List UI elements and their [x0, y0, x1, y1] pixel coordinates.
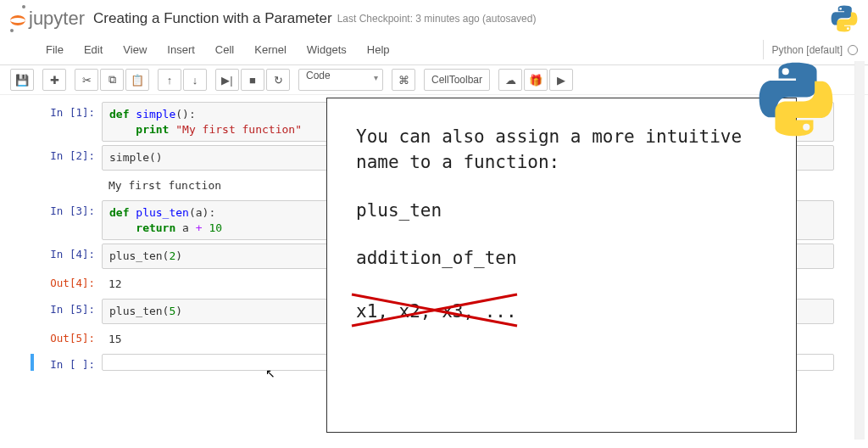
overlay-text-3: addition_of_ten [356, 245, 767, 271]
in-prompt: In [3]: [34, 200, 102, 240]
interrupt-button[interactable]: ■ [241, 69, 264, 91]
run-button[interactable]: ▶| [215, 69, 239, 91]
menu-insert[interactable]: Insert [157, 40, 205, 59]
jupyter-logo[interactable]: jupyter [10, 7, 85, 31]
logo-text: jupyter [29, 8, 85, 30]
notebook-title[interactable]: Creating a Function with a Parameter [93, 10, 332, 27]
menu-widgets[interactable]: Widgets [297, 40, 357, 59]
gift-button[interactable]: 🎁 [524, 69, 548, 91]
explanation-overlay: You can also assign a more intuitive nam… [326, 98, 797, 433]
kernel-status-icon [848, 45, 858, 55]
cell-toolbar-button[interactable]: CellToolbar [424, 69, 490, 91]
menubar: FileEditViewInsertCellKernelWidgetsHelp … [0, 37, 868, 65]
header: jupyter Creating a Function with a Param… [0, 0, 868, 37]
in-prompt: In [2]: [34, 145, 102, 171]
in-prompt: In [4]: [34, 244, 102, 269]
move-down-button[interactable]: ↓ [183, 69, 207, 91]
kernel-name: Python [default] [772, 44, 843, 56]
overlay-crossed-text: x1, x2, x3, ... [356, 299, 517, 324]
command-palette-button[interactable]: ⌘ [392, 69, 415, 91]
presentation-button[interactable]: ▶ [549, 69, 573, 91]
paste-button[interactable]: 📋 [125, 69, 149, 91]
scrollbar[interactable] [854, 61, 865, 440]
overlay-text-2: plus_ten [356, 198, 767, 223]
menu-cell[interactable]: Cell [205, 40, 244, 59]
jupyter-icon [10, 7, 25, 31]
in-prompt: In [ ]: [34, 354, 102, 371]
menu-edit[interactable]: Edit [74, 40, 113, 59]
python-icon [831, 5, 858, 32]
python-logo-large [758, 61, 834, 137]
checkpoint-text: Last Checkpoint: 3 minutes ago (autosave… [337, 13, 537, 25]
cross-out-icon [348, 290, 526, 333]
toolbar: 💾 ✚ ✂ ⧉ 📋 ↑ ↓ ▶| ■ ↻ Code ⌘ CellToolbar … [0, 65, 868, 95]
menu-kernel[interactable]: Kernel [244, 40, 297, 59]
out-prompt: Out[4]: [34, 272, 102, 296]
menu-view[interactable]: View [113, 40, 157, 59]
in-prompt: In [1]: [34, 102, 102, 142]
cloud-button[interactable]: ☁ [498, 69, 522, 91]
copy-button[interactable]: ⧉ [100, 69, 124, 91]
cell-type-select[interactable]: Code [298, 69, 383, 91]
in-prompt: In [5]: [34, 299, 102, 324]
add-cell-button[interactable]: ✚ [42, 69, 66, 91]
move-up-button[interactable]: ↑ [158, 69, 181, 91]
cut-button[interactable]: ✂ [75, 69, 98, 91]
menu-help[interactable]: Help [357, 40, 400, 59]
kernel-indicator[interactable]: Python [default] [763, 40, 858, 59]
out-prompt-empty [34, 174, 102, 198]
restart-button[interactable]: ↻ [266, 69, 290, 91]
overlay-text-1: You can also assign a more intuitive nam… [356, 124, 767, 176]
out-prompt: Out[5]: [34, 328, 102, 351]
save-button[interactable]: 💾 [10, 69, 34, 91]
menu-file[interactable]: File [36, 40, 74, 59]
